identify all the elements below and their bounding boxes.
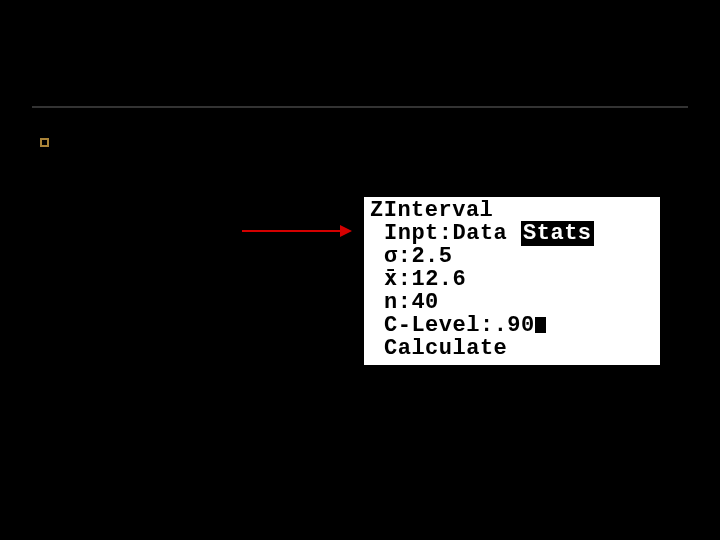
list-item: 1. Stat [40,158,340,184]
list-item: 5. Fill in and calculate. [40,324,340,350]
steps-list: Calculator Steps: 1. Stat 2. Tests 3. 7:… [40,130,340,352]
xbar-label: x̄: [384,267,411,292]
list-number: 2. [40,186,64,208]
inpt-data: Data [453,221,508,246]
calculate-label: Calculate [384,336,507,361]
horizontal-rule [32,106,688,108]
arrow-icon [242,225,352,237]
n-value: 40 [411,290,438,315]
n-label: n: [384,290,411,315]
xbar-value: 12.6 [411,267,466,292]
calculator-screen: ZInterval Inpt:Data Stats σ:2.5 x̄:12.6 … [362,195,662,367]
step-text: Tests [64,186,340,212]
calc-title: ZInterval [370,199,656,222]
list-number: 4. [40,243,64,265]
sigma-value: 2.5 [411,244,452,269]
list-number: 1. [40,158,64,180]
list-item: 2. Tests [40,186,340,212]
sigma-label: σ: [384,244,411,269]
cursor-icon [535,317,546,333]
calc-input-line: Inpt:Data Stats [370,222,656,245]
list-item: Calculator Steps: [40,130,340,156]
steps-title: Calculator Steps: [64,130,340,156]
step-text: Fill in and calculate. [64,324,340,350]
bullet-icon [40,130,64,152]
step-text: Stat [64,158,340,184]
step-text: Set on Stats if you are going to input t… [64,243,340,322]
clevel-value: .90 [494,313,535,338]
calc-clevel-line: C-Level:.90 [370,314,656,337]
calc-sigma-line: σ:2.5 [370,245,656,268]
calc-calculate-line: Calculate [370,337,656,360]
inpt-stats-selected: Stats [521,221,594,246]
calc-xbar-line: x̄:12.6 [370,268,656,291]
list-item: 4. Set on Stats if you are going to inpu… [40,243,340,322]
inpt-label: Inpt: [384,221,453,246]
clevel-label: C-Level: [384,313,494,338]
calc-n-line: n:40 [370,291,656,314]
list-number: 3. [40,215,64,237]
list-number: 5. [40,324,64,346]
